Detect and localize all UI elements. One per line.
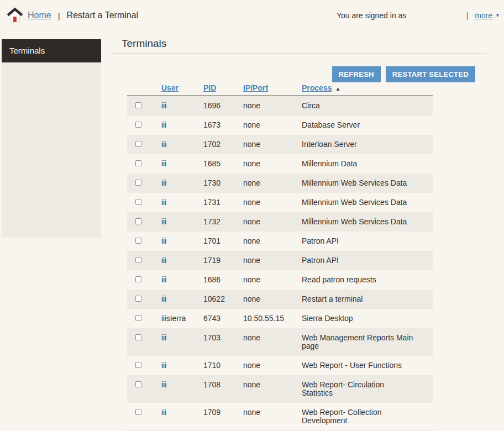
row-checkbox[interactable] bbox=[135, 315, 141, 321]
cell-user: iii bbox=[161, 135, 203, 154]
home-link[interactable]: Home bbox=[28, 10, 51, 20]
cell-user: iii bbox=[161, 154, 203, 174]
cell-ip-port: 10.50.55.15 bbox=[243, 309, 302, 328]
sidebar: Terminals bbox=[2, 39, 101, 238]
sort-ascending-icon: ▲ bbox=[335, 86, 340, 92]
row-checkbox[interactable] bbox=[135, 102, 141, 108]
row-checkbox[interactable] bbox=[135, 122, 141, 128]
cell-pid: 6743 bbox=[203, 309, 243, 328]
row-checkbox[interactable] bbox=[135, 362, 141, 368]
cell-pid: 1673 bbox=[203, 115, 243, 135]
column-header-pid-link[interactable]: PID bbox=[203, 83, 216, 92]
cell-process: Interloan Server bbox=[302, 135, 433, 154]
refresh-button[interactable]: REFRESH bbox=[332, 66, 381, 82]
cell-user: iii bbox=[161, 270, 203, 290]
checkbox-cell bbox=[127, 135, 161, 154]
cell-pid: 1710 bbox=[203, 356, 243, 375]
cell-pid: 1719 bbox=[203, 251, 243, 270]
table-row: iii 1673 none Database Server bbox=[127, 115, 433, 135]
row-checkbox[interactable] bbox=[135, 180, 141, 186]
cell-process: Patron API bbox=[302, 232, 433, 251]
cell-user: iiisierra bbox=[161, 309, 203, 328]
title-divider bbox=[112, 54, 486, 54]
cell-user: iii bbox=[161, 232, 203, 251]
cell-process: Millennium Web Services Data bbox=[302, 193, 433, 212]
table-row: iii 10622 none Restart a terminal bbox=[127, 290, 433, 309]
table-row: iii 1702 none Interloan Server bbox=[127, 135, 433, 154]
checkbox-cell bbox=[127, 174, 161, 193]
more-link[interactable]: more bbox=[475, 11, 492, 20]
cell-pid: 1686 bbox=[203, 270, 243, 290]
cell-ip-port: none bbox=[243, 270, 302, 290]
table-row: iii 1730 none Millennium Web Services Da… bbox=[127, 174, 433, 193]
row-checkbox[interactable] bbox=[135, 409, 141, 415]
column-header-pid: PID bbox=[203, 83, 243, 96]
cell-ip-port: none bbox=[243, 212, 302, 232]
signed-in-text: You are signed in as bbox=[337, 11, 406, 20]
cell-process: Read patron requests bbox=[302, 270, 433, 290]
row-checkbox[interactable] bbox=[135, 199, 141, 205]
row-checkbox[interactable] bbox=[135, 141, 141, 147]
cell-process: Millennium Web Services Data bbox=[302, 174, 433, 193]
checkbox-cell bbox=[127, 154, 161, 174]
table-row: iii 1708 none Web Report- Circulation St… bbox=[127, 375, 433, 403]
column-header-user: User bbox=[161, 83, 203, 96]
table-row: iii 1731 none Millennium Web Services Da… bbox=[127, 193, 433, 212]
checkbox-cell bbox=[127, 375, 161, 403]
cell-process: Circa bbox=[302, 96, 433, 115]
home-icon[interactable] bbox=[7, 7, 23, 24]
row-checkbox[interactable] bbox=[135, 334, 141, 340]
cell-pid: 10622 bbox=[203, 290, 243, 309]
cell-user: iii bbox=[161, 212, 203, 232]
breadcrumb: Home | Restart a Terminal bbox=[7, 7, 138, 24]
cell-ip-port: none bbox=[243, 115, 302, 135]
row-checkbox[interactable] bbox=[135, 296, 141, 302]
checkbox-cell bbox=[127, 356, 161, 375]
cell-user: iii bbox=[161, 115, 203, 135]
more-menu: | more ▼ bbox=[466, 11, 500, 20]
row-checkbox[interactable] bbox=[135, 160, 141, 166]
more-separator: | bbox=[466, 11, 469, 20]
checkbox-cell bbox=[127, 270, 161, 290]
cell-pid: 1685 bbox=[203, 154, 243, 174]
row-checkbox[interactable] bbox=[135, 218, 141, 224]
cell-process: Database Server bbox=[302, 115, 433, 135]
cell-ip-port: none bbox=[243, 135, 302, 154]
sidebar-item-terminals[interactable]: Terminals bbox=[2, 39, 101, 62]
cell-ip-port: none bbox=[243, 193, 302, 212]
cell-ip-port: none bbox=[243, 232, 302, 251]
row-checkbox[interactable] bbox=[135, 257, 141, 263]
cell-user: iii bbox=[161, 375, 203, 403]
restart-selected-button[interactable]: RESTART SELECTED bbox=[386, 66, 475, 82]
table-row: iii 1710 none Web Report - User Function… bbox=[127, 356, 433, 375]
cell-user: iii bbox=[161, 403, 203, 430]
cell-process: Web Report- Circulation Statistics bbox=[302, 375, 433, 403]
checkbox-cell bbox=[127, 212, 161, 232]
cell-user: iii bbox=[161, 290, 203, 309]
cell-pid: 1731 bbox=[203, 193, 243, 212]
checkbox-cell bbox=[127, 403, 161, 430]
row-checkbox[interactable] bbox=[135, 276, 141, 282]
cell-ip-port: none bbox=[243, 251, 302, 270]
chevron-down-icon[interactable]: ▼ bbox=[495, 13, 500, 18]
cell-ip-port: none bbox=[243, 375, 302, 403]
row-checkbox[interactable] bbox=[135, 238, 141, 244]
row-checkbox[interactable] bbox=[135, 381, 141, 387]
column-header-ip-port-link[interactable]: IP/Port bbox=[243, 83, 268, 92]
breadcrumb-separator: | bbox=[58, 11, 60, 20]
cell-pid: 1708 bbox=[203, 375, 243, 403]
action-buttons: REFRESH RESTART SELECTED bbox=[112, 66, 475, 82]
checkbox-cell bbox=[127, 328, 161, 356]
cell-user: iii bbox=[161, 174, 203, 193]
column-header-user-link[interactable]: User bbox=[161, 83, 179, 92]
cell-process: Sierra Desktop bbox=[302, 309, 433, 328]
cell-user: iii bbox=[161, 356, 203, 375]
top-header: Home | Restart a Terminal You are signed… bbox=[0, 0, 504, 34]
cell-pid: 1703 bbox=[203, 328, 243, 356]
cell-process: Millennium Data bbox=[302, 154, 433, 174]
cell-ip-port: none bbox=[243, 328, 302, 356]
checkbox-cell bbox=[127, 290, 161, 309]
cell-ip-port: none bbox=[243, 154, 302, 174]
column-header-process-link[interactable]: Process bbox=[302, 83, 332, 92]
cell-process: Web Management Reports Main page bbox=[302, 328, 433, 356]
